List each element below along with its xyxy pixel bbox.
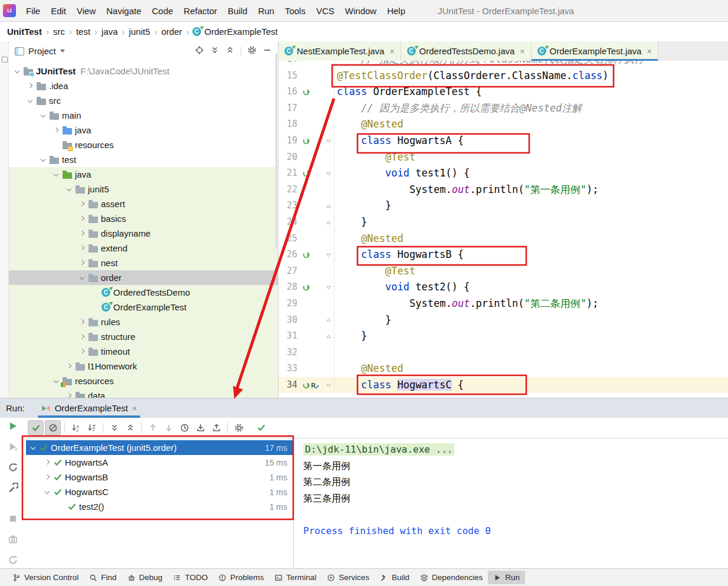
statusbar-todo[interactable]: TODO — [168, 571, 213, 584]
tree-chevron-icon[interactable] — [45, 489, 50, 495]
tree-row-rules[interactable]: rules — [9, 315, 278, 329]
close-icon[interactable]: × — [389, 47, 394, 56]
foldDown-icon[interactable] — [324, 169, 333, 178]
tree-row-junittest[interactable]: JUnitTestF:\JavaCode\JUnitTest — [9, 64, 278, 78]
line-number[interactable]: 16 — [278, 84, 300, 100]
gutter[interactable] — [300, 345, 323, 361]
fold-column[interactable] — [323, 182, 335, 198]
runGutter-icon[interactable] — [302, 137, 310, 145]
gutter[interactable] — [300, 296, 323, 312]
settings-button[interactable] — [247, 45, 257, 57]
tree-chevron-icon[interactable] — [80, 231, 85, 236]
tree-row-l1homework[interactable]: l1Homework — [9, 359, 278, 374]
sort-by-duration-button[interactable] — [84, 421, 99, 435]
tree-chevron-icon[interactable] — [31, 445, 36, 450]
line-number[interactable]: 14 — [278, 61, 300, 68]
tree-row-junit5[interactable]: junit5 — [9, 182, 278, 197]
tree-row-structure[interactable]: structure — [9, 329, 278, 344]
fold-column[interactable] — [323, 149, 335, 166]
gutter[interactable] — [300, 182, 323, 198]
project-panel-title[interactable]: Project — [28, 46, 56, 56]
gutter[interactable]: R — [300, 377, 323, 394]
fold-column[interactable] — [323, 328, 335, 345]
toggle-auto-test-button[interactable] — [8, 462, 18, 475]
tree-row-src[interactable]: src — [9, 93, 278, 108]
editor-tab-nestexampletest-java[interactable]: CNestExampleTest.java× — [278, 41, 401, 61]
runGutter-icon[interactable] — [302, 381, 310, 389]
fold-column[interactable] — [323, 377, 335, 394]
code-area[interactable]: 14// 指定类执行顺序的方式：ClassName代表指定类名排序执行15@Te… — [278, 61, 728, 398]
tree-chevron-icon[interactable] — [80, 245, 85, 251]
breadcrumb-test[interactable]: test — [75, 27, 91, 37]
tree-chevron-icon[interactable] — [67, 393, 72, 398]
line-number[interactable]: 24 — [278, 214, 300, 231]
line-number[interactable]: 29 — [278, 296, 300, 312]
statusbar-problems[interactable]: Problems — [213, 571, 269, 584]
test-result-hogwartsa[interactable]: HogwartsA15 ms — [26, 455, 293, 470]
line-number[interactable]: 31 — [278, 328, 300, 345]
fold-column[interactable] — [323, 100, 335, 117]
gutter[interactable] — [300, 247, 323, 263]
test-history-button[interactable] — [177, 421, 192, 435]
fold-column[interactable] — [323, 345, 335, 361]
statusbar-run[interactable]: Run — [488, 571, 525, 584]
line-number[interactable]: 20 — [278, 149, 300, 166]
tree-row-assert[interactable]: assert — [9, 197, 278, 211]
tree-chevron-icon[interactable] — [28, 83, 33, 89]
gutter[interactable] — [300, 165, 323, 182]
collapse-all-button[interactable] — [225, 45, 235, 57]
tree-row-test[interactable]: test — [9, 152, 278, 167]
tree-row-basics[interactable]: basics — [9, 211, 278, 226]
breadcrumb-unittest[interactable]: UnitTest — [6, 27, 43, 37]
breadcrumb-java[interactable]: java — [100, 27, 119, 37]
statusbar-services[interactable]: Services — [322, 571, 375, 584]
foldDown-icon[interactable] — [324, 283, 333, 292]
tree-row-orderedtestsdemo[interactable]: COrderedTestsDemo — [9, 285, 278, 300]
run-console[interactable]: D:\jdk-11\bin\java.exe ...第一条用例第二条用例第三条用… — [294, 438, 728, 569]
menu-run[interactable]: Run — [252, 6, 280, 16]
fold-column[interactable] — [323, 165, 335, 182]
tree-row-java[interactable]: java — [9, 167, 278, 182]
gutter[interactable] — [300, 231, 323, 247]
line-number[interactable]: 18 — [278, 116, 300, 133]
line-number[interactable]: 19 — [278, 133, 300, 149]
test-result-test2[interactable]: test2()1 ms — [26, 499, 293, 514]
tree-chevron-icon[interactable] — [80, 216, 85, 221]
tree-row-orderexampletest[interactable]: COrderExampleTest — [9, 300, 278, 315]
editor-tab-orderedtestsdemo-java[interactable]: COrderedTestsDemo.java× — [401, 41, 532, 61]
test-result-orderexampletest-junit5-order[interactable]: OrderExampleTest (junit5.order)17 ms — [26, 440, 293, 455]
tree-chevron-icon[interactable] — [67, 186, 72, 192]
rpencil-icon[interactable]: R — [311, 381, 319, 389]
tree-chevron-icon[interactable] — [80, 260, 85, 266]
gutter[interactable] — [300, 312, 323, 329]
tree-chevron-icon[interactable] — [54, 172, 59, 177]
editor-tab-orderexampletest-java[interactable]: COrderExampleTest.java× — [532, 41, 658, 61]
gutter[interactable] — [300, 133, 323, 149]
statusbar-debug[interactable]: Debug — [122, 571, 168, 584]
tree-chevron-icon[interactable] — [80, 201, 85, 207]
foldUp-icon[interactable] — [324, 316, 333, 324]
fold-column[interactable] — [323, 312, 335, 329]
test-runner-settings-button[interactable] — [231, 421, 246, 435]
menu-code[interactable]: Code — [146, 6, 178, 16]
close-icon[interactable]: × — [132, 404, 137, 413]
statusbar-terminal[interactable]: Terminal — [269, 571, 322, 584]
gutter[interactable] — [300, 84, 323, 100]
statusbar-build[interactable]: Build — [375, 571, 415, 584]
gutter[interactable] — [300, 61, 323, 68]
runGutter-icon[interactable] — [302, 169, 310, 178]
breadcrumb-orderexampletest[interactable]: OrderExampleTest — [204, 27, 279, 37]
menu-help[interactable]: Help — [382, 6, 411, 16]
tree-row-main[interactable]: main — [9, 108, 278, 123]
expand-all-button[interactable] — [107, 421, 122, 435]
stop-process-button[interactable] — [8, 513, 18, 526]
restart-debug-button[interactable] — [8, 555, 18, 568]
line-number[interactable]: 22 — [278, 182, 300, 198]
line-number[interactable]: 15 — [278, 68, 300, 84]
close-icon[interactable]: × — [647, 47, 651, 56]
gutter[interactable] — [300, 149, 323, 166]
tree-chevron-icon[interactable] — [45, 474, 50, 480]
test-result-hogwartsb[interactable]: HogwartsB1 ms — [26, 470, 293, 484]
tree-chevron-icon[interactable] — [80, 334, 85, 339]
fold-column[interactable] — [323, 198, 335, 214]
